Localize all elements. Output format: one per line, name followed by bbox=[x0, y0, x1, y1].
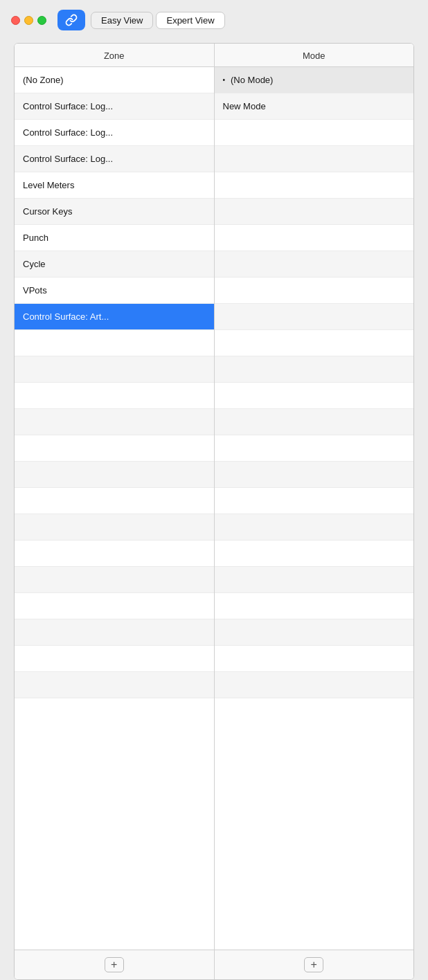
zone-row[interactable]: VPots bbox=[15, 278, 214, 304]
zone-row[interactable]: Control Surface: Art... bbox=[15, 304, 214, 330]
mode-row[interactable] bbox=[215, 172, 414, 199]
zone-row[interactable] bbox=[15, 435, 214, 462]
mode-row[interactable] bbox=[215, 541, 414, 567]
mode-row[interactable] bbox=[215, 672, 414, 698]
view-buttons: Easy View Expert View bbox=[91, 12, 225, 29]
right-panel: Mode •(No Mode)New Mode + bbox=[215, 44, 414, 979]
traffic-lights bbox=[11, 16, 46, 25]
mode-row[interactable] bbox=[215, 567, 414, 593]
zone-row[interactable] bbox=[15, 567, 214, 593]
add-zone-button[interactable]: + bbox=[105, 957, 124, 972]
zone-row[interactable]: Control Surface: Log... bbox=[15, 93, 214, 120]
easy-view-button[interactable]: Easy View bbox=[91, 12, 153, 29]
add-mode-button[interactable]: + bbox=[304, 957, 323, 972]
mode-row[interactable] bbox=[215, 462, 414, 488]
zone-row[interactable] bbox=[15, 330, 214, 356]
zone-row[interactable] bbox=[15, 646, 214, 672]
zone-row[interactable] bbox=[15, 409, 214, 435]
zone-header: Zone bbox=[15, 44, 214, 67]
zone-row[interactable]: Control Surface: Log... bbox=[15, 120, 214, 146]
mode-row[interactable] bbox=[215, 488, 414, 514]
title-bar: Easy View Expert View bbox=[0, 0, 428, 37]
zone-row[interactable] bbox=[15, 541, 214, 567]
mode-row[interactable] bbox=[215, 619, 414, 646]
zone-rows: (No Zone)Control Surface: Log...Control … bbox=[15, 67, 214, 950]
right-panel-footer: + bbox=[215, 950, 414, 979]
mode-row[interactable] bbox=[215, 199, 414, 225]
zone-row[interactable]: Cycle bbox=[15, 251, 214, 278]
zone-row[interactable] bbox=[15, 488, 214, 514]
mode-row[interactable] bbox=[215, 435, 414, 462]
mode-row[interactable] bbox=[215, 251, 414, 278]
mode-row[interactable]: New Mode bbox=[215, 93, 414, 120]
mode-row[interactable] bbox=[215, 383, 414, 409]
minimize-button[interactable] bbox=[24, 16, 33, 25]
zone-row[interactable]: Control Surface: Log... bbox=[15, 146, 214, 172]
zone-row[interactable]: (No Zone) bbox=[15, 67, 214, 93]
mode-row[interactable] bbox=[215, 646, 414, 672]
mode-row[interactable] bbox=[215, 120, 414, 146]
left-panel-footer: + bbox=[15, 950, 214, 979]
mode-header: Mode bbox=[215, 44, 414, 67]
close-button[interactable] bbox=[11, 16, 20, 25]
expert-view-button[interactable]: Expert View bbox=[156, 12, 224, 29]
zone-row[interactable]: Level Meters bbox=[15, 172, 214, 199]
zone-row[interactable] bbox=[15, 383, 214, 409]
mode-row[interactable] bbox=[215, 304, 414, 330]
mode-rows: •(No Mode)New Mode bbox=[215, 67, 414, 950]
zone-row[interactable] bbox=[15, 672, 214, 698]
mode-row[interactable] bbox=[215, 330, 414, 356]
mode-row[interactable] bbox=[215, 593, 414, 619]
zone-row[interactable] bbox=[15, 619, 214, 646]
zone-row[interactable]: Cursor Keys bbox=[15, 199, 214, 225]
mode-row[interactable]: •(No Mode) bbox=[215, 67, 414, 93]
zone-row[interactable] bbox=[15, 462, 214, 488]
main-content: Zone (No Zone)Control Surface: Log...Con… bbox=[0, 37, 428, 980]
mode-row[interactable] bbox=[215, 278, 414, 304]
mode-row[interactable] bbox=[215, 225, 414, 251]
mode-row[interactable] bbox=[215, 409, 414, 435]
zone-row[interactable]: Punch bbox=[15, 225, 214, 251]
zone-row[interactable] bbox=[15, 356, 214, 383]
zone-row[interactable] bbox=[15, 514, 214, 541]
mode-row[interactable] bbox=[215, 356, 414, 383]
zone-row[interactable] bbox=[15, 593, 214, 619]
maximize-button[interactable] bbox=[37, 16, 46, 25]
link-button[interactable] bbox=[57, 10, 85, 30]
mode-row[interactable] bbox=[215, 514, 414, 541]
panels-container: Zone (No Zone)Control Surface: Log...Con… bbox=[14, 43, 414, 980]
left-panel: Zone (No Zone)Control Surface: Log...Con… bbox=[15, 44, 215, 979]
mode-row[interactable] bbox=[215, 146, 414, 172]
